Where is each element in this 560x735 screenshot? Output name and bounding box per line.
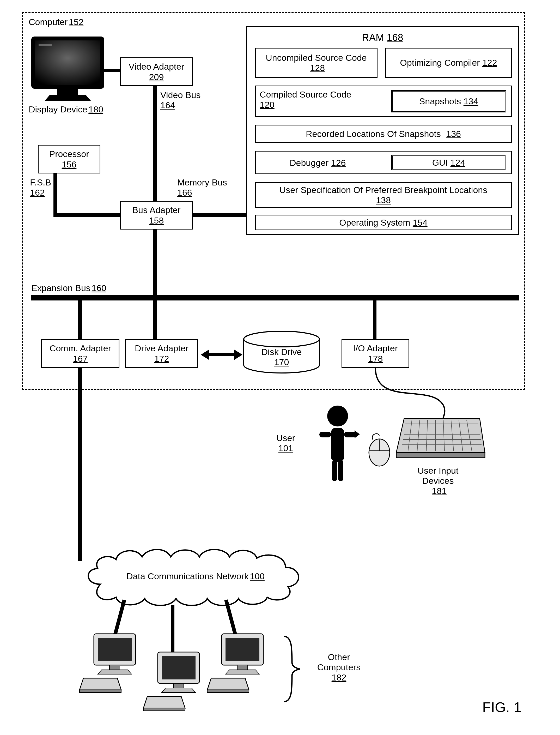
- brace-icon: [282, 634, 302, 704]
- recorded-locations-box: Recorded Locations Of Snapshots 136: [255, 125, 512, 143]
- user-icon: [309, 404, 366, 488]
- svg-rect-33: [98, 638, 132, 661]
- svg-rect-13: [332, 460, 337, 481]
- computer-1-icon: [78, 631, 146, 696]
- comm-to-network-line: [78, 368, 82, 561]
- io-adapter-box: I/O Adapter 178: [342, 339, 409, 368]
- svg-rect-3: [57, 89, 78, 95]
- processor-box: Processor 156: [38, 145, 100, 173]
- userspec-box: User Specification Of Preferred Breakpoi…: [255, 182, 512, 208]
- svg-rect-14: [338, 460, 343, 481]
- video-bus-line: [153, 86, 157, 205]
- svg-rect-40: [237, 665, 248, 670]
- compiled-row: Compiled Source Code 120 Snapshots 134: [255, 86, 512, 117]
- svg-point-5: [244, 331, 319, 347]
- disk-drive-label: Disk Drive 170: [252, 347, 312, 367]
- drop-io: [373, 300, 376, 339]
- other-computers-label: Other Computers 182: [308, 652, 370, 683]
- monitor-icon: [29, 34, 115, 107]
- optimizing-compiler-box: Optimizing Compiler 122: [385, 48, 512, 78]
- uncompiled-source-box: Uncompiled Source Code 128: [255, 48, 378, 78]
- bus-adapter-to-expansion: [153, 229, 157, 296]
- fsb-vertical: [53, 173, 57, 216]
- video-bus-label: Video Bus 164: [160, 90, 200, 110]
- svg-rect-2: [39, 44, 52, 46]
- drive-adapter-box: Drive Adapter 172: [125, 339, 198, 368]
- svg-rect-37: [173, 683, 184, 688]
- keyboard-icon: [394, 416, 488, 466]
- svg-rect-1: [35, 40, 100, 85]
- svg-rect-39: [226, 638, 259, 661]
- memory-bus-label: Memory Bus 166: [177, 177, 227, 198]
- svg-rect-36: [162, 656, 196, 679]
- display-device-label: Display Device 180: [29, 104, 103, 114]
- svg-marker-7: [201, 349, 209, 360]
- debugger-row: Debugger 126 GUI 124: [255, 151, 512, 174]
- figure-label: FIG. 1: [482, 699, 521, 715]
- bus-adapter-box: Bus Adapter 158: [120, 201, 193, 229]
- computer-3-icon: [206, 631, 274, 696]
- connector-monitor-adapter: [104, 69, 120, 72]
- computer-2-icon: [142, 649, 210, 715]
- memory-bus-line: [192, 213, 247, 217]
- ram-box: RAM 168 Uncompiled Source Code 128 Optim…: [246, 26, 519, 235]
- svg-rect-34: [109, 665, 120, 670]
- os-box: Operating System 154: [255, 215, 512, 230]
- drop-drive: [153, 300, 157, 339]
- computer-label: Computer 152: [29, 17, 83, 27]
- svg-rect-11: [319, 432, 331, 438]
- mouse-icon: [365, 433, 394, 467]
- video-adapter-box: Video Adapter 209: [120, 57, 193, 86]
- ram-title: RAM 168: [247, 32, 518, 43]
- snapshots-box: Snapshots 134: [391, 90, 506, 112]
- drop-comm: [78, 300, 82, 339]
- double-arrow-icon: [201, 347, 242, 362]
- svg-rect-12: [344, 432, 356, 438]
- svg-point-9: [327, 406, 348, 427]
- svg-rect-10: [331, 428, 344, 462]
- fsb-label: F.S.B 162: [30, 177, 51, 198]
- user-label: User 101: [276, 433, 295, 453]
- expansion-bus-label: Expansion Bus 160: [31, 283, 106, 293]
- svg-marker-8: [234, 349, 242, 360]
- network-label: Data Communications Network 100: [115, 571, 276, 581]
- user-input-label: User Input Devices 181: [404, 466, 472, 496]
- comm-adapter-box: Comm. Adapter 167: [41, 339, 119, 368]
- fsb-horizontal: [53, 213, 121, 217]
- expansion-bus-bar: [31, 295, 519, 300]
- gui-box: GUI 124: [391, 155, 506, 170]
- svg-marker-15: [355, 430, 360, 438]
